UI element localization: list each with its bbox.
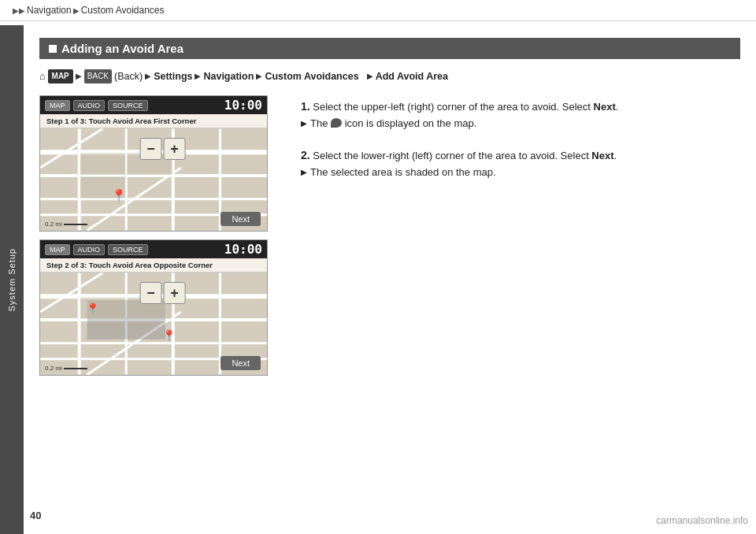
map-badge: MAP xyxy=(48,69,73,83)
screen2-time: 10:00 xyxy=(224,242,262,257)
section-header: Adding an Avoid Area xyxy=(39,38,740,59)
main-content: Adding an Avoid Area ⌂ MAP ▶ BACK (Back)… xyxy=(24,25,756,534)
arrow3: ▶ xyxy=(195,70,201,83)
screen2-source-btn[interactable]: SOURCE xyxy=(108,244,148,255)
screen2-next-btn[interactable]: Next xyxy=(220,356,261,370)
breadcrumb-arrow1: ▶▶ xyxy=(13,6,25,15)
sidebar-label: System Setup xyxy=(7,248,17,311)
screen1-zoom-in[interactable]: + xyxy=(164,138,186,160)
screen1-map-btn[interactable]: MAP xyxy=(45,100,70,111)
section-icon xyxy=(49,45,57,53)
chat-icon-1 xyxy=(331,118,342,128)
instruction-2-sub-text: The selected area is shaded on the map. xyxy=(310,165,740,180)
screen1-source-btn[interactable]: SOURCE xyxy=(108,100,148,111)
breadcrumb: ▶▶ Navigation ▶ Custom Avoidances xyxy=(0,0,756,21)
instruction-1-sub-text: The icon is displayed on the map. xyxy=(310,116,740,132)
instruction-2-sub: ▶ The selected area is shaded on the map… xyxy=(301,165,740,180)
breadcrumb-custom-avoidances: Custom Avoidances xyxy=(81,5,165,16)
screen1-pin: 📍 xyxy=(111,188,127,203)
screen2-scale: 0.2 mi xyxy=(45,365,87,372)
breadcrumb-navigation: Navigation xyxy=(27,5,72,16)
screen2-pin2: 📍 xyxy=(162,329,176,342)
screen2-zoom-buttons: − + xyxy=(140,282,186,304)
screen1-zoom-out[interactable]: − xyxy=(140,138,162,160)
instruction-1-sub: ▶ The icon is displayed on the map. xyxy=(301,116,740,132)
screen2-scale-line xyxy=(64,368,87,369)
screen2-map-btn[interactable]: MAP xyxy=(45,244,70,255)
screen1-scale-line xyxy=(64,224,87,225)
screen1-step-label: Step 1 of 3: Touch Avoid Area First Corn… xyxy=(40,114,267,128)
back-badge: BACK xyxy=(84,69,112,83)
screen1-toolbar: MAP AUDIO SOURCE 10:00 xyxy=(40,96,267,114)
screen1-zoom-buttons: − + xyxy=(140,138,186,160)
arrow4: ▶ xyxy=(256,70,262,83)
screen1-audio-btn[interactable]: AUDIO xyxy=(73,100,106,111)
instruction-2: 2. Select the lower-right (left) corner … xyxy=(287,147,740,180)
add-avoid-area-label: Add Avoid Area xyxy=(376,69,448,84)
screen2-zoom-out[interactable]: − xyxy=(140,282,162,304)
screen1-next-btn[interactable]: Next xyxy=(220,212,261,226)
screen2-audio-btn[interactable]: AUDIO xyxy=(73,244,106,255)
sidebar: System Setup xyxy=(0,25,24,534)
instruction-2-main: 2. Select the lower-right (left) corner … xyxy=(301,147,740,165)
screen2-pin1: 📍 xyxy=(86,302,99,315)
instruction-2-triangle: ▶ xyxy=(301,166,307,179)
screen2-toolbar: MAP AUDIO SOURCE 10:00 xyxy=(40,240,267,258)
screen2: MAP AUDIO SOURCE 10:00 Step 2 of 3: Touc… xyxy=(39,239,268,376)
instruction-1: 1. Select the upper-left (right) corner … xyxy=(287,98,740,132)
breadcrumb-arrow2: ▶ xyxy=(73,6,80,15)
arrow2: ▶ xyxy=(145,70,151,83)
navigation-label: Navigation xyxy=(203,69,254,84)
screen1-map-area: − + 📍 0.2 mi Next xyxy=(40,128,267,231)
arrow5: ▶ xyxy=(367,70,373,83)
screen1-time: 10:00 xyxy=(224,98,262,113)
two-col-layout: MAP AUDIO SOURCE 10:00 Step 1 of 3: Touc… xyxy=(39,95,740,376)
custom-avoidances-label: Custom Avoidances xyxy=(265,69,358,84)
settings-label: Settings xyxy=(154,69,192,84)
instructions-column: 1. Select the upper-left (right) corner … xyxy=(287,95,740,196)
back-label: (Back) xyxy=(114,69,143,84)
instruction-1-main: 1. Select the upper-left (right) corner … xyxy=(301,98,740,116)
section-title: Adding an Avoid Area xyxy=(61,42,183,55)
screenshots-column: MAP AUDIO SOURCE 10:00 Step 1 of 3: Touc… xyxy=(39,95,268,376)
screen2-map-area: − + 📍 📍 0.2 mi Next xyxy=(40,273,267,375)
arrow1: ▶ xyxy=(76,70,82,83)
svg-rect-11 xyxy=(80,153,126,175)
screen1-scale: 0.2 mi xyxy=(45,221,87,228)
instruction-1-triangle: ▶ xyxy=(301,117,307,130)
screen2-step-label: Step 2 of 3: Touch Avoid Area Opposite C… xyxy=(40,258,267,273)
screen2-zoom-in[interactable]: + xyxy=(164,282,186,304)
nav-path: ⌂ MAP ▶ BACK (Back) ▶ Settings ▶ Navigat… xyxy=(39,69,740,84)
home-icon: ⌂ xyxy=(39,69,46,84)
screen1: MAP AUDIO SOURCE 10:00 Step 1 of 3: Touc… xyxy=(39,95,268,232)
